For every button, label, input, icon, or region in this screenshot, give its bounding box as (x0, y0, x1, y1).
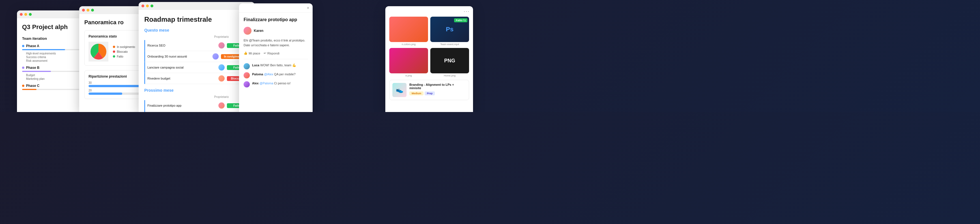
window-finalizzare: × Finalizzare prototipo app Karen Ehi @T… (239, 3, 313, 112)
legend-svolgimento: In svolgimento (113, 46, 135, 49)
col-proprietario-2: Proprietario (214, 95, 229, 98)
reply-1: Paloma @Alex QA per mobile? (243, 72, 308, 79)
task-name-3: Rivedere budget (147, 77, 216, 80)
media-ps: Ps Fatto / 1 (430, 17, 469, 42)
tag-medium: Medium (409, 91, 423, 95)
media-label-2: e.png (389, 74, 428, 77)
card-image: 👟 (392, 83, 407, 97)
legend-fatto: Fatto (113, 55, 135, 58)
paloma-name: Paloma (252, 73, 263, 76)
like-button[interactable]: 👍 Mi piace (243, 51, 260, 55)
legend-bloccato: Bloccato (113, 50, 135, 53)
close-icon[interactable]: × (307, 6, 309, 10)
task-row-1: Onboarding 30 nuovi assunti In svolgimen… (144, 51, 249, 62)
alex-reply: Alex @Paloma Ci penso io! (252, 81, 291, 85)
fatto-label: Fatto (117, 55, 123, 58)
legend: In svolgimento Bloccato Fatto (113, 46, 135, 58)
bloccato-dot (113, 50, 115, 53)
karen-avatar (243, 27, 251, 35)
minimize-dot-2[interactable] (87, 9, 89, 11)
media-grid: n.colors.png Ps Fatto / 1 Team event.mp4… (389, 17, 469, 77)
alex-avatar (243, 81, 250, 87)
titlebar-5: ··· (385, 6, 473, 17)
like-icon: 👍 (243, 51, 248, 55)
expand-dot-2[interactable] (91, 9, 94, 11)
perf-bar-fill-0 (89, 85, 141, 87)
karen-name: Karen (254, 29, 263, 33)
close-dot-3[interactable] (142, 5, 144, 7)
pie-chart (89, 42, 108, 62)
minimize-dot-3[interactable] (146, 5, 149, 7)
phase-a-label: Phase A (26, 44, 39, 48)
luca-reply: Luca WOW! Ben fatto, team 💪 (252, 63, 296, 68)
phase-c-label: Phase C (26, 84, 39, 88)
bloccato-label: Bloccato (117, 50, 127, 53)
badge-fatto-sm: Fatto / 1 (454, 18, 468, 22)
user-row: Karen (243, 27, 308, 35)
comment-text: Ehi @Team prodotto, ecco il link al prot… (243, 38, 308, 47)
media-item-3: PNG Home.png (430, 48, 469, 77)
avatar-2 (218, 64, 224, 71)
perf-bar-fill-1 (89, 93, 122, 95)
col-proprietario-1: Proprietario (214, 35, 229, 38)
ps-text: Ps (446, 26, 453, 33)
phase-c-fill (22, 89, 37, 90)
questo-mese-label: Questo mese (144, 28, 249, 32)
avatar-4 (218, 103, 224, 109)
expand-dot-3[interactable] (151, 5, 153, 7)
window-files: ··· n.colors.png Ps Fatto / 1 Team event… (385, 6, 473, 112)
minimize-dot[interactable] (24, 13, 27, 16)
reply-2: Alex @Paloma Ci penso io! (243, 81, 308, 87)
media-label-0: n.colors.png (389, 43, 428, 46)
svolgimento-dot (113, 46, 115, 48)
reply-0: Luca WOW! Ben fatto, team 💪 (243, 63, 308, 69)
task-row-4: Finalizzare prototipo app Fatto (144, 100, 249, 111)
media-colors (389, 17, 428, 42)
svolgimento-label: In svolgimento (117, 46, 135, 49)
prossimo-mese-label: Prossimo mese (144, 88, 249, 93)
card-item: 👟 Branding - Alignment to LPs + minisite… (389, 80, 469, 100)
paloma-text: QA per mobile? (274, 73, 296, 76)
media-item-0: n.colors.png (389, 17, 428, 46)
phase-b-label: Phase B (26, 66, 39, 70)
avatar-1 (212, 53, 219, 60)
dots-menu-icon[interactable]: ··· (464, 8, 469, 14)
luca-avatar (243, 63, 250, 69)
task-name-0: Ricerca SEO (147, 44, 216, 47)
close-dot-2[interactable] (82, 9, 85, 11)
reply-icon: ↩ (264, 51, 266, 55)
expand-dot[interactable] (29, 13, 32, 16)
phase-b-dot (22, 66, 24, 69)
fatto-dot (113, 55, 115, 58)
media-item-1: Ps Fatto / 1 Team event.mp4 (430, 17, 469, 46)
alex-name: Alex (252, 82, 259, 85)
media-epng (389, 48, 428, 73)
media-png: PNG (430, 48, 469, 73)
media-item-2: e.png (389, 48, 428, 77)
phase-a-fill (22, 49, 65, 50)
task-name-1: Onboarding 30 nuovi assunti (147, 55, 210, 58)
shoe-icon: 👟 (392, 83, 407, 97)
task-row-5: Redesign del blog In svolgimento (144, 111, 249, 112)
alex-mention: @Paloma (259, 82, 273, 85)
task-name-4: Finalizzare prototipo app (147, 104, 216, 107)
prossimo-mese-header: Proprietario Stato (144, 95, 249, 98)
svg-point-3 (94, 48, 102, 55)
close-dot[interactable] (20, 13, 22, 16)
finalizzare-title: Finalizzare prototipo app (243, 17, 308, 22)
media-label-1: Team event.mp4 (430, 43, 469, 46)
reply-button[interactable]: ↩ Rispondi (264, 51, 280, 55)
paloma-avatar (243, 72, 250, 79)
avatar-0 (218, 42, 224, 49)
actions-row: 👍 Mi piace ↩ Rispondi (243, 51, 308, 59)
task-row-3: Rivedere budget Bloccato (144, 73, 249, 84)
titlebar-3 (138, 2, 255, 10)
task-row-2: Lanciare campagna social Fatto (144, 62, 249, 73)
tag-prep: Prep (425, 91, 435, 95)
task-row-0: Ricerca SEO Fatto (144, 40, 249, 51)
luca-name: Luca (252, 63, 259, 67)
avatar-3 (218, 75, 224, 82)
card-info: Branding - Alignment to LPs + minisite M… (409, 83, 466, 95)
window-roadmap: Roadmap trimestrale Questo mese Propriet… (138, 2, 255, 112)
like-label: Mi piace (249, 52, 260, 55)
